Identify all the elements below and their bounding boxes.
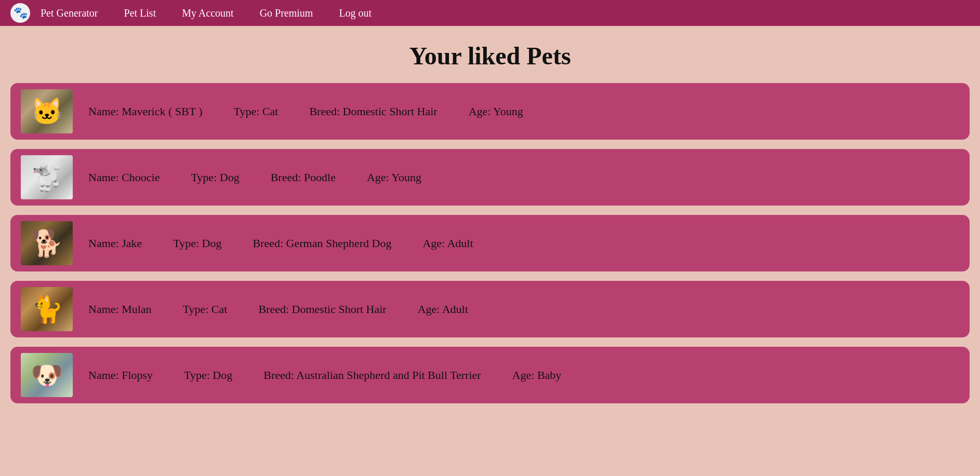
pet-name: Name: Flopsy <box>88 369 153 382</box>
pet-age: Age: Young <box>469 105 523 118</box>
pet-card[interactable]: 🐩Name: ChoocieType: DogBreed: PoodleAge:… <box>10 149 970 206</box>
pet-type: Type: Dog <box>173 237 221 250</box>
nav-log-out[interactable]: Log out <box>339 7 372 19</box>
pet-breed: Breed: Poodle <box>271 171 336 184</box>
pet-list: 🐱Name: Maverick ( SBT )Type: CatBreed: D… <box>0 83 980 419</box>
pet-info: Name: ChoocieType: DogBreed: PoodleAge: … <box>88 171 421 184</box>
pet-card[interactable]: 🐱Name: Maverick ( SBT )Type: CatBreed: D… <box>10 83 970 140</box>
pet-type: Type: Cat <box>234 105 279 118</box>
pet-name: Name: Mulan <box>88 303 152 316</box>
pet-name: Name: Maverick ( SBT ) <box>88 105 203 118</box>
pet-breed: Breed: German Shepherd Dog <box>253 237 391 250</box>
pet-name: Name: Choocie <box>88 171 160 184</box>
pet-info: Name: FlopsyType: DogBreed: Australian S… <box>88 369 561 382</box>
pet-age: Age: Adult <box>422 237 473 250</box>
nav-logo: 🐾 <box>10 3 30 23</box>
pet-breed: Breed: Australian Shepherd and Pit Bull … <box>263 369 481 382</box>
pet-image: 🐈 <box>21 287 73 331</box>
pet-type: Type: Cat <box>183 303 228 316</box>
pet-image: 🐕 <box>21 221 73 265</box>
pet-type: Type: Dog <box>191 171 239 184</box>
nav-go-premium[interactable]: Go Premium <box>260 7 313 19</box>
nav-my-account[interactable]: My Account <box>182 7 233 19</box>
pet-breed: Breed: Domestic Short Hair <box>258 303 386 316</box>
pet-age: Age: Young <box>367 171 421 184</box>
pet-info: Name: JakeType: DogBreed: German Shepher… <box>88 237 473 250</box>
pet-age: Age: Baby <box>512 369 562 382</box>
pet-breed: Breed: Domestic Short Hair <box>309 105 437 118</box>
pet-info: Name: Maverick ( SBT )Type: CatBreed: Do… <box>88 105 523 118</box>
pet-image: 🐩 <box>21 155 73 199</box>
pet-card[interactable]: 🐶Name: FlopsyType: DogBreed: Australian … <box>10 347 970 403</box>
pet-type: Type: Dog <box>184 369 232 382</box>
nav-pet-generator[interactable]: Pet Generator <box>41 7 98 19</box>
pet-image: 🐱 <box>21 89 73 133</box>
pet-age: Age: Adult <box>418 303 468 316</box>
pet-card[interactable]: 🐈Name: MulanType: CatBreed: Domestic Sho… <box>10 281 970 337</box>
nav-links: Pet Generator Pet List My Account Go Pre… <box>41 7 372 19</box>
pet-info: Name: MulanType: CatBreed: Domestic Shor… <box>88 303 468 316</box>
pet-name: Name: Jake <box>88 237 142 250</box>
navbar: 🐾 Pet Generator Pet List My Account Go P… <box>0 0 980 26</box>
nav-pet-list[interactable]: Pet List <box>124 7 156 19</box>
pet-image: 🐶 <box>21 353 73 397</box>
page-title: Your liked Pets <box>0 42 980 70</box>
pet-card[interactable]: 🐕Name: JakeType: DogBreed: German Shephe… <box>10 215 970 271</box>
